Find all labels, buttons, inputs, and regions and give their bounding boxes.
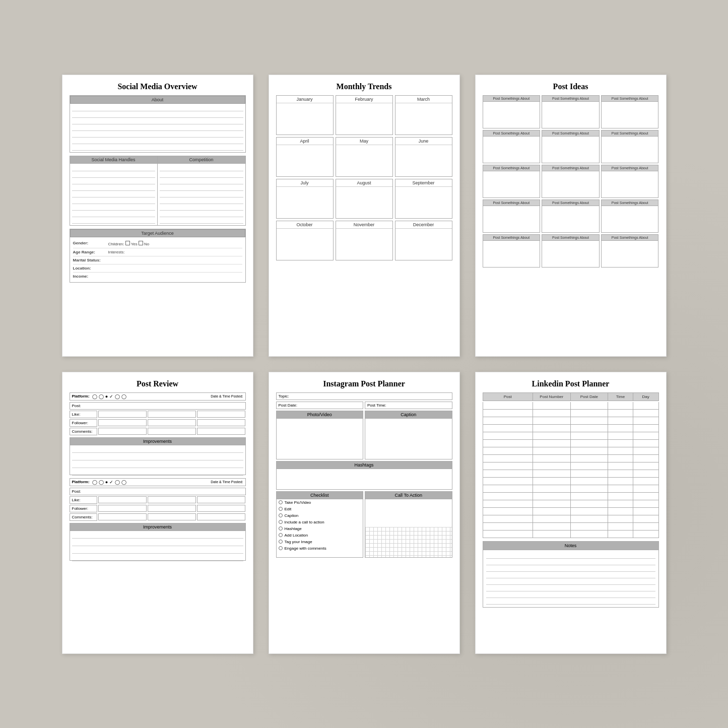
idea-header-4: Post Somethings About	[483, 130, 540, 137]
td-post-number	[533, 478, 571, 485]
td-time	[608, 402, 633, 409]
td-time	[608, 515, 633, 522]
td-post-date	[571, 485, 609, 492]
idea-body-9	[602, 171, 658, 197]
check-cta: Include a call to action	[277, 519, 363, 525]
smo-target-header: Target Audience	[70, 229, 245, 237]
month-jan-body	[277, 103, 333, 135]
idea-header-10: Post Somethings About	[483, 200, 540, 206]
line	[72, 165, 155, 171]
gender-extra: Children: Yes No	[108, 241, 150, 246]
ipp-topic: Topic:	[276, 392, 452, 400]
table-row	[483, 531, 659, 538]
line	[72, 138, 243, 144]
td-day	[633, 478, 658, 485]
td-post	[483, 493, 533, 500]
td-time	[608, 447, 633, 454]
mt-q3: July August September	[276, 179, 452, 219]
idea-header-3: Post Somethings About	[602, 96, 658, 102]
table-row	[483, 493, 659, 500]
td-post-date	[571, 410, 609, 417]
marital-label: Marital Status:	[73, 258, 108, 262]
field-age: Age Range: Interests:	[73, 248, 242, 256]
ipp-date-label: Post Date:	[279, 403, 297, 408]
idea-header-9: Post Somethings About	[602, 165, 658, 171]
line	[160, 198, 243, 204]
check-label-5: Hashtage	[285, 526, 302, 531]
check-label-4: Include a call to action	[285, 520, 324, 524]
table-row	[483, 462, 659, 470]
pr-date-label-1: Date & Time Posted:	[211, 394, 243, 398]
idea-header-14: Post Somethings About	[542, 235, 599, 241]
month-march: March	[395, 95, 452, 135]
td-post	[483, 531, 533, 538]
pr-comments-row-2: Comments:	[70, 513, 246, 521]
td-post-date	[571, 515, 609, 522]
table-row	[483, 478, 659, 485]
whatsapp-icon-2: ◯	[115, 480, 120, 485]
tiktok-icon-2: ●	[105, 480, 108, 485]
pr-follower-val4	[98, 505, 147, 512]
idea-body-11	[542, 206, 599, 232]
ipp-photo-header: Photo/Video	[277, 411, 363, 419]
page-social-media-overview: Social Media Overview About Social Media…	[62, 75, 253, 357]
idea-header-2: Post Somethings About	[542, 96, 599, 102]
td-post-number	[533, 523, 571, 530]
td-post	[483, 425, 533, 432]
check-engage: Engage with comments	[277, 545, 363, 552]
month-may-body	[336, 145, 392, 176]
pr-comments-row-1: Comments:	[70, 428, 246, 435]
pr-like-val5	[148, 496, 196, 503]
lpp-col-post: Post	[483, 393, 533, 401]
table-row	[483, 440, 659, 447]
td-post	[483, 508, 533, 515]
td-post	[483, 515, 533, 522]
month-october: October	[276, 221, 334, 260]
td-post-date	[571, 508, 609, 515]
line	[72, 191, 155, 197]
month-july: July	[276, 179, 334, 219]
td-time	[608, 508, 633, 515]
idea-cell-9: Post Somethings About	[601, 165, 659, 198]
line	[72, 112, 243, 118]
line	[72, 205, 155, 211]
td-post	[483, 462, 533, 470]
ipp-topic-label: Topic:	[279, 394, 289, 399]
ipp-cta-body	[365, 499, 452, 557]
td-time	[608, 470, 633, 477]
td-post-number	[533, 402, 571, 409]
pr-date-label-2: Date & Time Posted:	[211, 480, 243, 484]
idea-cell-2: Post Somethings About	[542, 95, 600, 128]
check-circle-7	[279, 540, 283, 544]
pr-comments-label-1: Comments:	[70, 428, 97, 435]
line	[72, 548, 243, 554]
idea-body-2	[542, 102, 599, 128]
idea-body-4	[483, 137, 540, 163]
facebook-icon: ◯	[99, 394, 104, 399]
pr-impr-body-2	[70, 533, 245, 560]
field-gender: Gender: Children: Yes No	[73, 239, 242, 248]
td-time	[608, 410, 633, 417]
pr-impr-body-1	[70, 447, 245, 475]
td-post	[483, 402, 533, 409]
idea-body-1	[483, 102, 540, 128]
pr-comments-val5	[148, 513, 196, 520]
smo-competition-col: Competition	[158, 156, 245, 225]
idea-body-13	[483, 241, 540, 267]
ipp-caption-body	[365, 419, 452, 446]
smo-handles-lines	[70, 164, 157, 225]
pr-comments-val2	[148, 428, 196, 435]
td-day	[633, 523, 658, 530]
td-post-number	[533, 410, 571, 417]
pr-like-val6	[197, 496, 245, 503]
twitter-icon-2: ✓	[109, 480, 113, 485]
td-post-number	[533, 515, 571, 522]
pr-comments-label-2: Comments:	[70, 513, 97, 521]
td-day	[633, 432, 658, 439]
month-august: August	[336, 179, 393, 219]
snapchat-icon-2: ◯	[121, 480, 126, 485]
td-day	[633, 462, 658, 470]
td-post-number	[533, 485, 571, 492]
line	[72, 105, 243, 111]
line	[486, 585, 655, 591]
